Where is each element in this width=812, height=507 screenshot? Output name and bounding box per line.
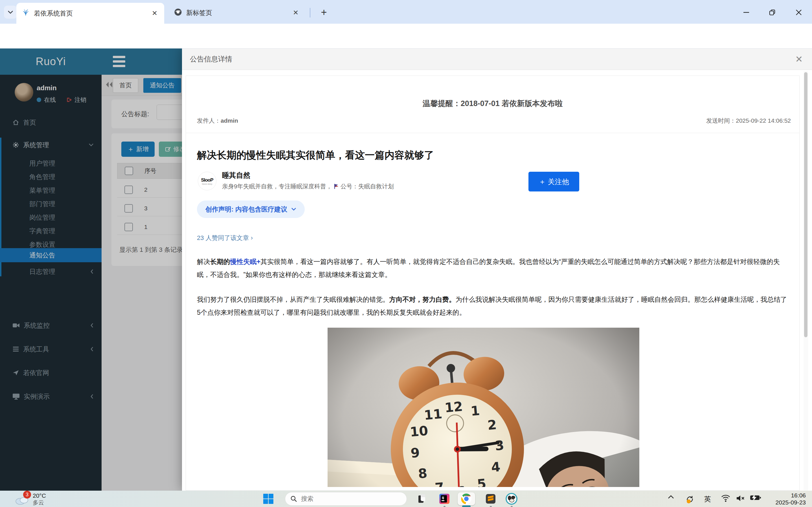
- scrollbar-thumb[interactable]: [804, 72, 808, 337]
- weather-widget[interactable]: 3 20°C 多云: [15, 492, 46, 506]
- tray-time: 16:06: [775, 492, 806, 499]
- tab-title: 若依系统首页: [34, 9, 150, 18]
- search-icon: [290, 496, 297, 502]
- round-app-icon[interactable]: [505, 492, 518, 505]
- weather-condition: 多云: [33, 499, 46, 506]
- svg-text:IJ: IJ: [442, 496, 444, 500]
- chevron-down-icon: [291, 208, 296, 211]
- globe-favicon-icon: [174, 8, 182, 17]
- article-paragraph-1: 解决长期的慢性失眠+其实很简单，看这一篇内容就够了。有人一听简单，就觉得肯定不适…: [197, 255, 789, 281]
- tab-close-icon[interactable]: ✕: [291, 9, 300, 17]
- ruoyi-favicon-leaf-icon: [21, 8, 30, 18]
- taskbar-search-input[interactable]: [301, 495, 395, 503]
- new-tab-button[interactable]: +: [318, 6, 330, 19]
- tray-date: 2025-09-23: [775, 499, 806, 506]
- tab-divider: [310, 8, 310, 17]
- tab-title: 新标签页: [186, 8, 291, 17]
- article-image-alarm-clock-sleeping-man: 1212 345 678 91011: [328, 328, 639, 487]
- author-bio: 亲身9年失眠并自救，专注睡眠深度科普， 公号：失眠自救计划: [222, 182, 394, 190]
- divider: [186, 133, 799, 133]
- author-name[interactable]: 睡其自然: [222, 171, 250, 180]
- temperature: 20°C: [33, 492, 46, 499]
- article-paragraph-2: 我们努力了很久仍旧摆脱不掉，从而产生了失眠很难解决的错觉。方向不对，努力白费。为…: [197, 293, 789, 319]
- browser-tab-strip: 若依系统首页 ✕ 新标签页 ✕ +: [0, 0, 812, 24]
- intellij-idea-icon[interactable]: IJ: [438, 492, 451, 505]
- window-minimize-button[interactable]: [739, 6, 753, 19]
- wifi-icon[interactable]: [721, 495, 730, 502]
- window-restore-button[interactable]: [765, 6, 779, 19]
- modal-title: 公告信息详情: [190, 54, 232, 64]
- notice-heading: 温馨提醒：2018-07-01 若依新版本发布啦: [186, 98, 799, 109]
- active-app-indicator: [462, 505, 471, 507]
- start-button[interactable]: [262, 492, 275, 505]
- notice-detail-modal: 公告信息详情 ✕ 温馨提醒：2018-07-01 若依新版本发布啦 发件人：ad…: [182, 49, 812, 491]
- follow-button[interactable]: ＋ 关注他: [529, 172, 579, 191]
- weather-alert-badge: 3: [23, 491, 31, 499]
- taskbar-search[interactable]: [285, 492, 407, 506]
- running-indicator: [511, 506, 512, 507]
- window-close-button[interactable]: [792, 6, 806, 19]
- screen: 若依系统首页 ✕ 新标签页 ✕ + ← → ⟳ localhost/index: [0, 0, 812, 507]
- modal-close-icon[interactable]: ✕: [793, 54, 805, 65]
- sublime-text-icon[interactable]: [484, 492, 497, 505]
- notice-panel: 温馨提醒：2018-07-01 若依新版本发布啦 发件人：admin 发送时间：…: [186, 75, 800, 491]
- chrome-icon-active[interactable]: [457, 492, 475, 505]
- article-title: 解决长期的慢性失眠其实很简单，看这一篇内容就够了: [197, 149, 789, 162]
- running-indicator: [443, 506, 445, 507]
- volume-muted-icon[interactable]: [736, 495, 745, 502]
- flag-icon: [334, 183, 339, 189]
- page-content: RuoYi admin 在线 注销 首页 系统管理: [0, 49, 812, 491]
- file-explorer-icon[interactable]: [416, 492, 429, 505]
- notice-sender: 发件人：admin: [197, 117, 238, 125]
- modal-header: 公告信息详情: [182, 49, 812, 70]
- running-indicator: [490, 506, 492, 507]
- likes-link[interactable]: 23 人赞同了该文章 ›: [197, 234, 253, 242]
- author-avatar-logo[interactable]: SlooP future sleep: [198, 172, 216, 190]
- concept-link[interactable]: 慢性失眠+: [230, 258, 261, 265]
- input-language-indicator[interactable]: 英: [704, 495, 711, 504]
- taskbar-clock[interactable]: 16:06 2025-09-23: [775, 492, 806, 506]
- notice-send-time: 发送时间：2025-09-22 14:06:52: [706, 117, 791, 125]
- windows-taskbar: 3 20°C 多云 IJ: [0, 491, 812, 507]
- browser-tab-ruoyi[interactable]: 若依系统首页 ✕: [16, 3, 164, 24]
- tray-expand-chevron-icon[interactable]: [667, 495, 674, 499]
- browser-tab-newtab[interactable]: 新标签页 ✕: [169, 4, 305, 21]
- tab-close-icon[interactable]: ✕: [150, 9, 159, 17]
- battery-charging-icon[interactable]: [750, 495, 761, 501]
- modal-scrollbar[interactable]: [804, 71, 808, 491]
- tab-search-chevron-icon[interactable]: [4, 6, 17, 19]
- disclaimer-pill[interactable]: 创作声明: 内容包含医疗建议: [197, 201, 305, 218]
- browser-toolbar: ← → ⟳ localhost/index J 错误 ⋮: [0, 24, 812, 49]
- sync-status-icon[interactable]: [685, 495, 695, 504]
